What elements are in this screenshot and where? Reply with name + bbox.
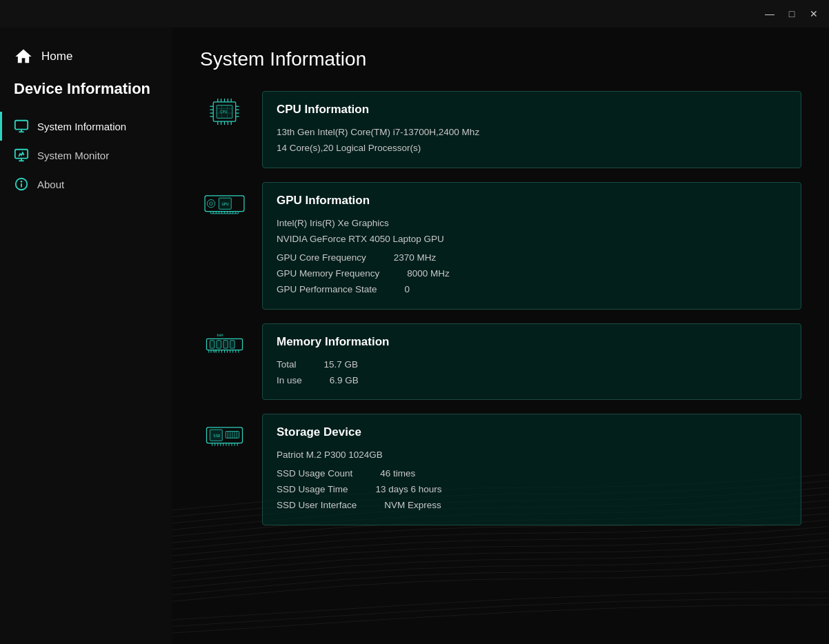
- memory-card-title: Memory Information: [277, 335, 787, 349]
- storage-section: SSD: [200, 414, 801, 525]
- svg-text:RAM: RAM: [217, 333, 223, 337]
- sidebar-nav: System Information System Monitor: [0, 112, 172, 199]
- cpu-card: CPU Information 13th Gen Intel(R) Core(T…: [262, 91, 801, 168]
- sidebar-item-system-monitor[interactable]: System Monitor: [0, 141, 172, 170]
- memory-row-1-label: In use: [277, 373, 302, 389]
- svg-rect-50: [210, 340, 214, 348]
- cpu-section: CPU CPU Information 13th Gen Intel(R) Co…: [200, 91, 801, 168]
- gpu-icon: GPU: [202, 185, 247, 220]
- memory-card: Memory Information Total 15.7 GB In use …: [262, 323, 801, 401]
- gpu-line-1: NVIDIA GeForce RTX 4050 Laptop GPU: [277, 232, 787, 248]
- gpu-row-1-value: 8000 MHz: [407, 266, 450, 282]
- gpu-section: GPU GPU Informa: [200, 182, 801, 310]
- gpu-row-1-label: GPU Memory Frequency: [277, 266, 379, 282]
- storage-row-1-value: 13 days 6 hours: [376, 482, 442, 498]
- ssd-icon: SSD: [202, 417, 247, 452]
- cpu-line-0: 13th Gen Intel(R) Core(TM) i7-13700H,240…: [277, 125, 787, 141]
- memory-row-0-value: 15.7 GB: [324, 357, 359, 373]
- ram-icon: RAM: [202, 327, 247, 361]
- svg-rect-53: [230, 340, 234, 348]
- system-monitor-label: System Monitor: [37, 150, 109, 161]
- maximize-button[interactable]: □: [782, 6, 801, 22]
- sidebar-home[interactable]: Home: [0, 41, 172, 80]
- device-info-heading: Device Information: [0, 80, 172, 112]
- sidebar: Home Device Information System Informati…: [0, 28, 172, 644]
- cpu-card-title: CPU Information: [277, 103, 787, 117]
- storage-row-1: SSD Usage Time 13 days 6 hours: [277, 482, 787, 498]
- memory-row-1: In use 6.9 GB: [277, 373, 787, 389]
- memory-row-0-label: Total: [277, 357, 297, 373]
- sidebar-item-about[interactable]: About: [0, 170, 172, 199]
- gpu-row-0-value: 2370 MHz: [394, 250, 437, 266]
- gpu-card-title: GPU Information: [277, 194, 787, 208]
- svg-text:GPU: GPU: [221, 202, 228, 206]
- minimize-button[interactable]: —: [760, 6, 779, 22]
- storage-card: Storage Device Patriot M.2 P300 1024GB S…: [262, 414, 801, 525]
- cpu-icon-wrap: CPU: [200, 91, 248, 132]
- storage-row-1-label: SSD Usage Time: [277, 482, 348, 498]
- storage-card-title: Storage Device: [277, 425, 787, 439]
- gpu-row-0: GPU Core Frequency 2370 MHz: [277, 250, 787, 266]
- gpu-row-2-label: GPU Performance State: [277, 282, 377, 298]
- app-body: Home Device Information System Informati…: [0, 28, 829, 644]
- system-monitor-icon: [14, 148, 29, 163]
- storage-row-2: SSD User Interface NVM Express: [277, 498, 787, 514]
- svg-rect-51: [217, 340, 221, 348]
- svg-point-38: [209, 202, 212, 205]
- svg-text:CPU: CPU: [220, 110, 227, 114]
- system-info-label: System Information: [37, 121, 126, 132]
- close-button[interactable]: ✕: [804, 6, 823, 22]
- gpu-line-0: Intel(R) Iris(R) Xe Graphics: [277, 216, 787, 232]
- gpu-row-0-label: GPU Core Frequency: [277, 250, 366, 266]
- page-title: System Information: [200, 48, 801, 70]
- gpu-card: GPU Information Intel(R) Iris(R) Xe Grap…: [262, 182, 801, 310]
- svg-rect-52: [223, 340, 228, 348]
- about-icon: [14, 177, 29, 192]
- title-bar: — □ ✕: [0, 0, 829, 28]
- storage-row-0-value: 46 times: [380, 466, 415, 482]
- memory-section: RAM Memory Information Total 15.7 GB In …: [200, 323, 801, 401]
- storage-row-0-label: SSD Usage Count: [277, 466, 352, 482]
- gpu-row-2-value: 0: [405, 282, 410, 298]
- gpu-row-1: GPU Memory Frequency 8000 MHz: [277, 266, 787, 282]
- memory-row-0: Total 15.7 GB: [277, 357, 787, 373]
- storage-line-0: Patriot M.2 P300 1024GB: [277, 447, 787, 463]
- cpu-line-1: 14 Core(s),20 Logical Processor(s): [277, 141, 787, 157]
- storage-row-2-label: SSD User Interface: [277, 498, 357, 514]
- gpu-row-2: GPU Performance State 0: [277, 282, 787, 298]
- main-content: System Information: [172, 28, 829, 644]
- svg-rect-0: [15, 121, 28, 130]
- ssd-icon-wrap: SSD: [200, 414, 248, 455]
- about-label: About: [37, 179, 64, 190]
- gpu-icon-wrap: GPU: [200, 182, 248, 223]
- home-icon: [14, 47, 33, 66]
- window-controls: — □ ✕: [760, 6, 823, 22]
- storage-row-0: SSD Usage Count 46 times: [277, 466, 787, 482]
- system-info-icon: [14, 119, 29, 134]
- ram-icon-wrap: RAM: [200, 323, 248, 365]
- cpu-icon: CPU: [202, 94, 247, 129]
- sidebar-item-system-information[interactable]: System Information: [0, 112, 172, 141]
- home-label: Home: [41, 50, 72, 63]
- memory-row-1-value: 6.9 GB: [330, 373, 359, 389]
- svg-text:SSD: SSD: [213, 434, 221, 438]
- storage-row-2-value: NVM Express: [384, 498, 441, 514]
